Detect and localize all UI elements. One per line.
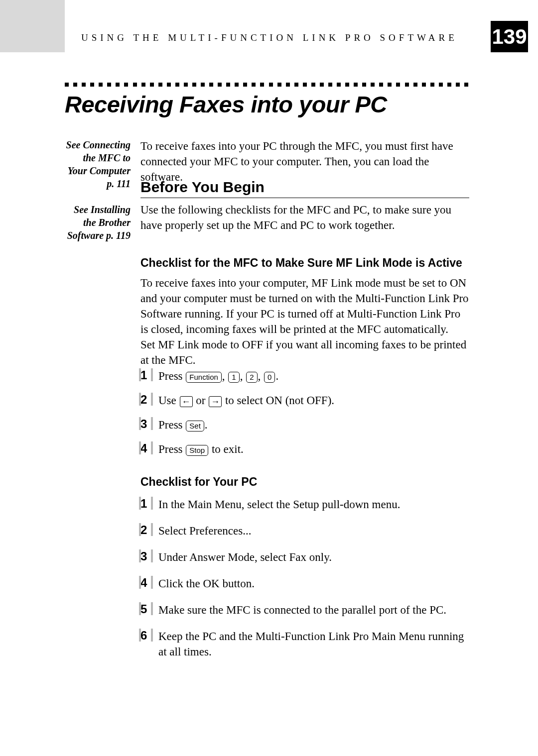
section-body: Use the following checklists for the MFC… [140, 202, 469, 233]
checklist-mfc-para2: Set MF Link mode to OFF if you want all … [140, 337, 469, 368]
step-text: Press Function, 1, 2, 0. [158, 368, 278, 384]
step-number: 2 [140, 393, 151, 406]
function-key-icon: Function [186, 372, 222, 383]
stop-key-icon: Stop [186, 445, 208, 456]
step-text: Press Set. [158, 417, 208, 432]
step-number: 3 [140, 549, 151, 562]
step-number: 2 [140, 523, 151, 536]
header-white-area [65, 0, 538, 52]
step-text: Select Preferences... [158, 523, 251, 539]
heading-rule [140, 198, 469, 198]
step-4: 4 Press Stop to exit. [140, 441, 469, 457]
step-3: 3 Press Set. [140, 417, 469, 432]
pc-step-3: 3 Under Answer Mode, select Fax only. [140, 549, 469, 565]
step-number: 4 [140, 576, 151, 589]
step-text: Make sure the MFC is connected to the pa… [158, 602, 446, 618]
step-1: 1 Press Function, 1, 2, 0. [140, 368, 469, 384]
running-head: USING THE MULTI-FUNCTION LINK PRO SOFTWA… [81, 32, 458, 43]
set-key-icon: Set [186, 421, 204, 432]
before-you-begin-section: Before You Begin Use the following check… [140, 179, 469, 233]
step-number: 1 [140, 368, 151, 381]
sidebar-reference-2: See Installing the Brother Software p. 1… [65, 203, 131, 242]
checklist-pc-heading: Checklist for Your PC [140, 475, 469, 489]
step-number: 6 [140, 629, 151, 642]
pc-step-5: 5 Make sure the MFC is connected to the … [140, 602, 469, 618]
step-number: 5 [140, 602, 151, 615]
step-number: 1 [140, 497, 151, 510]
step-number: 3 [140, 417, 151, 430]
step-2: 2 Use ← or → to select ON (not OFF). [140, 393, 469, 408]
pc-step-2: 2 Select Preferences... [140, 523, 469, 539]
intro-paragraph: To receive faxes into your PC through th… [140, 138, 469, 185]
step-text: In the Main Menu, select the Setup pull-… [158, 497, 400, 512]
sidebar-reference-1: See Connecting the MFC to Your Computer … [65, 138, 131, 190]
step-text: Press Stop to exit. [158, 441, 244, 457]
step-text: Under Answer Mode, select Fax only. [158, 549, 332, 565]
step-number: 4 [140, 441, 151, 454]
pc-step-1: 1 In the Main Menu, select the Setup pul… [140, 497, 469, 512]
page-number: 139 [491, 21, 528, 52]
checklist-mfc-heading: Checklist for the MFC to Make Sure MF Li… [140, 256, 469, 270]
page-title: Receiving Faxes into your PC [65, 91, 387, 118]
pc-step-4: 4 Click the OK button. [140, 576, 469, 591]
checklist-mfc-para1: To receive faxes into your computer, MF … [140, 275, 469, 337]
dots-divider [65, 83, 468, 88]
key-1-icon: 1 [228, 372, 239, 383]
step-text: Keep the PC and the Multi-Function Link … [158, 629, 469, 659]
left-arrow-icon: ← [180, 396, 193, 407]
section-heading: Before You Begin [140, 179, 469, 196]
right-arrow-icon: → [209, 396, 222, 407]
key-2-icon: 2 [246, 372, 257, 383]
step-text: Use ← or → to select ON (not OFF). [158, 393, 334, 408]
checklist-mfc-steps: 1 Press Function, 1, 2, 0. 2 Use ← or → … [140, 368, 469, 466]
pc-step-6: 6 Keep the PC and the Multi-Function Lin… [140, 629, 469, 659]
key-0-icon: 0 [264, 372, 275, 383]
checklist-pc-steps: 1 In the Main Menu, select the Setup pul… [140, 497, 469, 670]
step-text: Click the OK button. [158, 576, 255, 591]
